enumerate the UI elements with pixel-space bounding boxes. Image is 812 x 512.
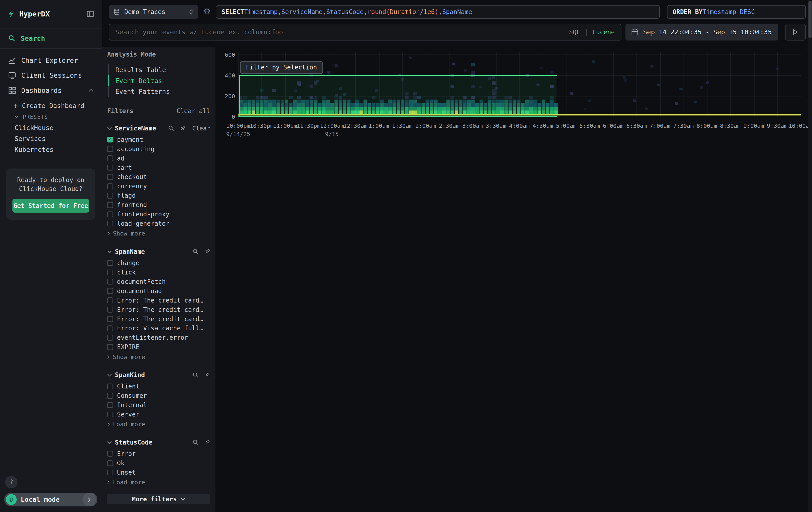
filter-option-internal[interactable]: Internal (107, 401, 210, 410)
filter-option-frontend[interactable]: frontend (107, 200, 210, 210)
filter-option-frontend-proxy[interactable]: frontend-proxy (107, 210, 210, 219)
filter-pin-icon[interactable] (179, 125, 186, 131)
checkbox-unchecked[interactable] (107, 193, 113, 198)
filter-option-eventlistener-error[interactable]: eventListener.error (107, 333, 210, 342)
local-mode-pill[interactable]: U Local mode (4, 493, 97, 507)
checkbox-unchecked[interactable] (107, 402, 113, 408)
date-range-picker[interactable]: Sep 14 22:04:35 - Sep 15 10:04:35 (626, 24, 778, 41)
checkbox-unchecked[interactable] (107, 155, 113, 161)
order-by-input[interactable]: ORDER BY Timestamp DESC (667, 5, 806, 19)
checkbox-unchecked[interactable] (107, 307, 113, 313)
mode-results-table[interactable]: Results Table (108, 64, 210, 75)
filter-group-header[interactable]: ServiceNameClear (107, 123, 210, 134)
checkbox-unchecked[interactable] (107, 288, 113, 294)
checkbox-unchecked[interactable] (107, 451, 113, 457)
filter-search-icon[interactable] (168, 125, 174, 131)
filter-option-accounting[interactable]: accounting (107, 144, 210, 154)
load-more-link[interactable]: Load more (107, 420, 210, 429)
filter-option-error-the-credit-card[interactable]: Error: The credit card (… (107, 305, 210, 314)
source-settings-gear-icon[interactable]: ⚙ (203, 7, 210, 15)
filter-search-icon[interactable] (193, 372, 199, 378)
filter-option-error-visa-cache-full[interactable]: Error: Visa cache full: … (107, 324, 210, 333)
scrollbar-thumb[interactable] (808, 1, 812, 38)
filter-option-error-the-credit-card[interactable]: Error: The credit card (… (107, 296, 210, 305)
filter-pin-icon[interactable] (204, 372, 210, 378)
filter-option-expire[interactable]: EXPIRE (107, 342, 210, 352)
filter-option-client[interactable]: Client (107, 382, 210, 391)
checkbox-unchecked[interactable] (107, 174, 113, 180)
filter-group-header[interactable]: SpanName (107, 246, 210, 257)
checkbox-unchecked[interactable] (107, 202, 113, 208)
sidebar-item-search[interactable]: Search (0, 28, 102, 49)
run-query-button[interactable] (785, 24, 806, 41)
filter-option-documentfetch[interactable]: documentFetch (107, 277, 210, 286)
filter-option-cart[interactable]: cart (107, 163, 210, 172)
checkbox-unchecked[interactable] (107, 183, 113, 189)
filter-option-unset[interactable]: Unset (107, 468, 210, 477)
checkbox-unchecked[interactable] (107, 270, 113, 275)
checkbox-unchecked[interactable] (107, 344, 113, 350)
sidebar-item-client-sessions[interactable]: Client Sessions (0, 68, 102, 83)
checkbox-unchecked[interactable] (107, 221, 113, 226)
filter-group-header[interactable]: StatusCode (107, 437, 210, 448)
checkbox-unchecked[interactable] (107, 325, 113, 331)
checkbox-unchecked[interactable] (107, 383, 113, 389)
checkbox-unchecked[interactable] (107, 393, 113, 399)
help-button[interactable]: ? (5, 476, 18, 488)
select-columns-input[interactable]: SELECT Timestamp, ServiceName, StatusCod… (216, 5, 660, 19)
filter-group-header[interactable]: SpanKind (107, 370, 210, 380)
checkbox-unchecked[interactable] (107, 297, 113, 303)
filter-option-error-the-credit-card[interactable]: Error: The credit card (… (107, 314, 210, 324)
checkbox-unchecked[interactable] (107, 470, 113, 476)
checkbox-unchecked[interactable] (107, 460, 113, 466)
filter-option-error[interactable]: Error (107, 449, 210, 459)
preset-item-kubernetes[interactable]: Kubernetes (0, 144, 102, 155)
sidebar-item-chart-explorer[interactable]: Chart Explorer (0, 53, 102, 68)
filter-pin-icon[interactable] (204, 439, 210, 446)
filter-option-currency[interactable]: currency (107, 182, 210, 191)
language-toggle-lucene[interactable]: Lucene (592, 28, 615, 36)
checkbox-unchecked[interactable] (107, 279, 113, 285)
filter-by-selection-button[interactable]: Filter by Selection (240, 61, 323, 74)
filter-option-consumer[interactable]: Consumer (107, 391, 210, 401)
preset-item-services[interactable]: Services (0, 133, 102, 144)
checkbox-unchecked[interactable] (107, 335, 113, 341)
checkbox-unchecked[interactable] (107, 212, 113, 217)
show-more-link[interactable]: Show more (107, 229, 210, 238)
filter-option-flagd[interactable]: flagd (107, 191, 210, 200)
chevron-right-icon[interactable] (83, 493, 96, 507)
sidebar-item-dashboards[interactable]: Dashboards (0, 83, 102, 98)
filter-search-icon[interactable] (193, 248, 199, 255)
checkbox-unchecked[interactable] (107, 412, 113, 417)
sidebar-collapse-icon[interactable] (86, 10, 94, 18)
preset-item-clickhouse[interactable]: ClickHouse (0, 123, 102, 133)
mode-event-patterns[interactable]: Event Patterns (108, 86, 210, 97)
filter-option-documentload[interactable]: documentLoad (107, 286, 210, 296)
search-input[interactable] (115, 28, 565, 36)
checkbox-unchecked[interactable] (107, 146, 113, 152)
source-select[interactable]: Demo Traces (109, 5, 198, 19)
checkbox-unchecked[interactable] (107, 260, 113, 266)
checkbox-unchecked[interactable] (107, 316, 113, 322)
show-more-link[interactable]: Show more (107, 352, 210, 361)
filter-group-clear-button[interactable]: Clear (192, 125, 210, 132)
clear-all-filters-button[interactable]: Clear all (177, 107, 210, 115)
filter-option-click[interactable]: click (107, 268, 210, 277)
checkbox-checked[interactable] (107, 137, 113, 142)
filter-option-change[interactable]: change (107, 259, 210, 268)
checkbox-unchecked[interactable] (107, 165, 113, 170)
filter-option-checkout[interactable]: checkout (107, 172, 210, 182)
chevron-up-icon[interactable] (89, 89, 93, 92)
filter-search-icon[interactable] (193, 439, 199, 446)
more-filters-button[interactable]: More filters (107, 494, 210, 504)
language-toggle-sql[interactable]: SQL (569, 28, 580, 36)
mode-event-deltas[interactable]: Event Deltas (108, 75, 210, 86)
filter-option-server[interactable]: Server (107, 410, 210, 419)
filter-option-ok[interactable]: Ok (107, 459, 210, 468)
get-started-button[interactable]: Get Started for Free (12, 199, 89, 213)
filter-pin-icon[interactable] (204, 248, 210, 255)
presets-toggle[interactable]: PRESETS (0, 111, 102, 123)
filter-option-payment[interactable]: payment (107, 135, 210, 144)
filter-option-ad[interactable]: ad (107, 154, 210, 163)
create-dashboard-button[interactable]: + Create Dashboard (0, 100, 102, 111)
